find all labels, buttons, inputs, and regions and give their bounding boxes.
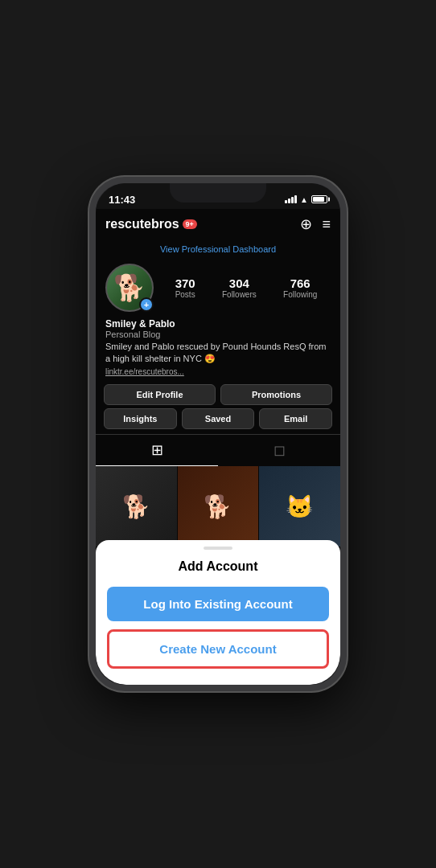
posts-count: 370 (175, 276, 195, 290)
action-row-1: Edit Profile Promotions (104, 384, 332, 405)
bio-section: Smiley & Pablo Personal Blog Smiley and … (96, 315, 340, 379)
status-icons: ▲ (285, 195, 327, 204)
photo-cell-2[interactable]: 🐕 (178, 466, 259, 547)
sheet-buttons: Log Into Existing Account Create New Acc… (96, 587, 340, 669)
action-row-2: Insights Saved Email (104, 408, 332, 429)
profile-category: Personal Blog (105, 330, 331, 339)
photo-cell-1[interactable]: 🐕 (96, 466, 177, 547)
battery-icon (311, 195, 327, 203)
nav-icons: ⊕ ≡ (300, 215, 331, 233)
pro-dashboard-link[interactable]: View Professional Dashboard (160, 244, 276, 254)
profile-section: 🐕 + 370 Posts 304 Followers (96, 260, 340, 315)
grid-tabs: ⊞ ◻ (96, 434, 340, 466)
sheet-title: Add Account (96, 559, 340, 574)
tab-grid[interactable]: ⊞ (96, 435, 218, 466)
tab-tagged[interactable]: ◻ (218, 435, 340, 466)
add-post-icon[interactable]: ⊕ (300, 215, 312, 233)
username-area: rescutebros 9+ (105, 217, 197, 231)
pro-dashboard-bar: View Professional Dashboard (96, 240, 340, 260)
instagram-background: rescutebros 9+ ⊕ ≡ View Professional Das… (96, 209, 340, 685)
notch (170, 183, 266, 203)
posts-label: Posts (175, 290, 195, 299)
avatar-emoji: 🐕 (113, 275, 146, 301)
notification-badge: 9+ (183, 219, 197, 229)
sheet-handle (204, 547, 232, 550)
add-avatar-badge[interactable]: + (139, 297, 154, 312)
avatar-wrapper: 🐕 + (105, 264, 154, 312)
status-time: 11:43 (109, 194, 135, 206)
create-new-account-button[interactable]: Create New Account (107, 629, 329, 669)
photo-1-placeholder: 🐕 (96, 466, 177, 547)
followers-label: Followers (222, 290, 257, 299)
person-tag-icon: ◻ (274, 441, 286, 459)
saved-button[interactable]: Saved (182, 408, 255, 429)
posts-stat: 370 Posts (175, 276, 195, 299)
phone-frame: 11:43 ▲ rescutebros (89, 177, 347, 691)
promotions-button[interactable]: Promotions (220, 384, 332, 405)
signal-icon (285, 195, 297, 203)
profile-link[interactable]: linktr.ee/rescutebros... (105, 367, 331, 376)
username-label: rescutebros (105, 217, 179, 231)
action-buttons: Edit Profile Promotions Insights Saved E… (96, 379, 340, 431)
wifi-icon: ▲ (300, 195, 308, 204)
following-stat[interactable]: 766 Following (283, 276, 317, 299)
followers-stat[interactable]: 304 Followers (222, 276, 257, 299)
edit-profile-button[interactable]: Edit Profile (104, 384, 216, 405)
email-button[interactable]: Email (259, 408, 332, 429)
profile-bio: Smiley and Pablo rescued by Pound Hounds… (105, 341, 331, 366)
phone-screen: 11:43 ▲ rescutebros (96, 183, 340, 685)
bottom-sheet: Add Account Log Into Existing Account Cr… (96, 540, 340, 685)
log-into-existing-button[interactable]: Log Into Existing Account (107, 587, 329, 621)
menu-icon[interactable]: ≡ (322, 216, 331, 233)
following-label: Following (283, 290, 317, 299)
photo-2-placeholder: 🐕 (178, 466, 259, 547)
insights-button[interactable]: Insights (104, 408, 177, 429)
photo-3-placeholder: 🐱 (259, 466, 340, 547)
followers-count: 304 (222, 276, 257, 290)
profile-name: Smiley & Pablo (105, 318, 331, 330)
photo-cell-3[interactable]: 🐱 (259, 466, 340, 547)
following-count: 766 (283, 276, 317, 290)
top-nav: rescutebros 9+ ⊕ ≡ (96, 209, 340, 240)
grid-icon: ⊞ (151, 441, 163, 459)
stats-row: 370 Posts 304 Followers 766 Following (162, 276, 331, 299)
